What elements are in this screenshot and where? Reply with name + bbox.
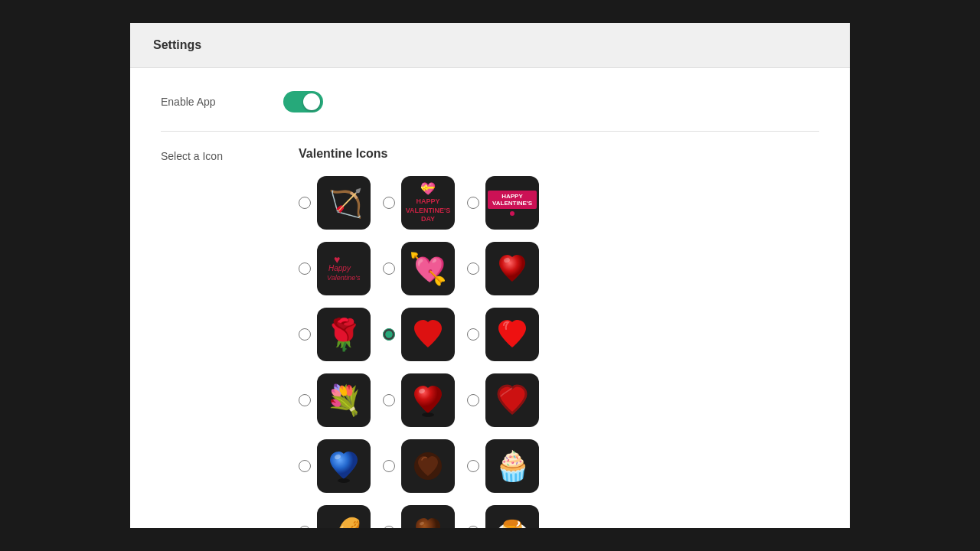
icon-option-13 — [299, 439, 371, 493]
icon-option-18: 🍮 — [467, 505, 539, 528]
icon-radio-10[interactable] — [299, 394, 311, 406]
icon-image-3[interactable]: HAPPYVALENTINE'S — [485, 176, 539, 230]
icons-panel: Valentine Icons 🏹 — [299, 147, 539, 528]
svg-point-8 — [338, 478, 350, 483]
icon-image-4[interactable]: Happy Valentine's ♥ — [317, 242, 371, 295]
icon-image-16[interactable]: 🥜 — [317, 505, 371, 528]
icon-radio-15[interactable] — [467, 460, 479, 472]
valentine-icons-title: Valentine Icons — [299, 147, 539, 161]
icon-radio-4[interactable] — [299, 262, 311, 275]
icon-radio-17[interactable] — [383, 526, 395, 528]
icon-image-6[interactable] — [485, 242, 539, 295]
icon-image-7[interactable]: 🌹 — [317, 308, 371, 361]
icon-image-15[interactable]: 🧁 — [485, 439, 539, 493]
enable-app-toggle[interactable] — [283, 91, 323, 112]
icon-radio-5[interactable] — [383, 262, 395, 275]
icon-image-14[interactable] — [401, 439, 455, 493]
icon-radio-8[interactable] — [383, 328, 395, 341]
icon-image-1[interactable]: 🏹 — [317, 176, 371, 230]
icon-image-2[interactable]: 💝 HAPPYVALENTINE'SDAY — [401, 176, 455, 230]
icon-option-9 — [467, 308, 539, 361]
icon-option-3: HAPPYVALENTINE'S — [467, 176, 539, 230]
enable-app-row: Enable App — [161, 91, 819, 112]
select-icon-section: Select a Icon Valentine Icons 🏹 — [161, 147, 819, 528]
svg-text:♥: ♥ — [334, 253, 340, 266]
icon-image-13[interactable] — [317, 439, 371, 493]
icon-radio-1[interactable] — [299, 197, 311, 209]
icon-image-10[interactable]: 💐 — [317, 373, 371, 427]
icon-option-8 — [383, 308, 455, 361]
icon-radio-16[interactable] — [299, 526, 311, 528]
icon-option-14 — [383, 439, 455, 493]
icon-image-12[interactable] — [485, 373, 539, 427]
icon-radio-3[interactable] — [467, 197, 479, 209]
svg-text:🏹: 🏹 — [328, 187, 363, 220]
icon-option-11 — [383, 373, 455, 427]
svg-text:Valentine's: Valentine's — [327, 274, 361, 282]
icon-option-5: 💘 — [383, 242, 455, 295]
icon-image-11[interactable] — [401, 373, 455, 427]
icon-radio-12[interactable] — [467, 394, 479, 406]
icon-radio-11[interactable] — [383, 394, 395, 406]
icon-option-7: 🌹 — [299, 308, 371, 361]
icon-radio-7[interactable] — [299, 328, 311, 341]
toggle-slider — [283, 91, 323, 112]
icon-option-16: 🥜 — [299, 505, 371, 528]
icon-radio-18[interactable] — [467, 526, 479, 528]
icon-radio-13[interactable] — [299, 460, 311, 472]
icon-option-12 — [467, 373, 539, 427]
icon-image-18[interactable]: 🍮 — [485, 505, 539, 528]
icon-image-8[interactable] — [401, 308, 455, 361]
icon-image-17[interactable] — [401, 505, 455, 528]
icon-option-4: Happy Valentine's ♥ — [299, 242, 371, 295]
icon-radio-9[interactable] — [467, 328, 479, 341]
settings-content: Enable App Select a Icon Valentine Icons — [130, 68, 850, 528]
enable-app-label: Enable App — [161, 96, 283, 108]
settings-header: Settings — [130, 23, 850, 68]
icon-radio-2[interactable] — [383, 197, 395, 209]
icon-option-15: 🧁 — [467, 439, 539, 493]
icon-radio-6[interactable] — [467, 262, 479, 275]
icons-grid: 🏹 💝 HAPPYVALENTINE'SDAY — [299, 176, 539, 528]
icon-option-10: 💐 — [299, 373, 371, 427]
icon-radio-14[interactable] — [383, 460, 395, 472]
icon-option-2: 💝 HAPPYVALENTINE'SDAY — [383, 176, 455, 230]
icon-option-6 — [467, 242, 539, 295]
icon-image-5[interactable]: 💘 — [401, 242, 455, 295]
icon-image-9[interactable] — [485, 308, 539, 361]
svg-point-6 — [422, 412, 434, 417]
divider — [161, 131, 819, 132]
icon-option-17 — [383, 505, 455, 528]
icon-option-1: 🏹 — [299, 176, 371, 230]
select-icon-label: Select a Icon — [161, 150, 283, 162]
